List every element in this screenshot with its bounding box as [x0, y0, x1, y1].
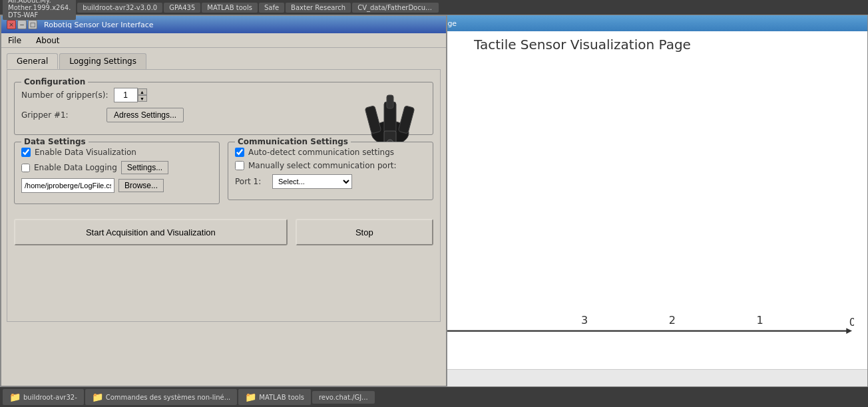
num-grippers-up[interactable]: ▲	[138, 88, 147, 95]
menu-file[interactable]: File	[4, 35, 25, 47]
taskbar-item-1[interactable]: All.About.My.Mother.1999.x264.DTS-WAF	[3, 0, 76, 20]
taskbar-bottom-item-3[interactable]: 📁 MATLAB tools	[238, 389, 311, 405]
taskbar-bottom-label-4: revo.chat./GJ...	[319, 394, 368, 401]
filepath-input[interactable]	[21, 178, 114, 193]
manual-select-label: Manually select communication port:	[248, 161, 397, 170]
taskbar-item-3[interactable]: GPA435	[164, 3, 200, 13]
taskbar-bottom-item-4[interactable]: revo.chat./GJ...	[312, 391, 375, 404]
num-grippers-spinner: ▲ ▼	[114, 88, 147, 102]
auto-detect-label: Auto-detect communication settings	[248, 148, 394, 157]
robotiq-menubar: File About	[1, 33, 446, 48]
port-row: Port 1: Select... /dev/ttyUSB0 /dev/ttyU…	[235, 174, 426, 189]
folder-icon-1: 📁	[9, 392, 21, 402]
enable-logging-checkbox[interactable]	[21, 164, 30, 172]
taskbar-bottom-item-2[interactable]: 📁 Commandes des systèmes non-liné...	[85, 389, 238, 405]
stop-btn[interactable]: Stop	[296, 219, 433, 245]
robotiq-title-text: Robotiq Sensor User Interface	[44, 21, 153, 29]
svg-rect-44	[365, 106, 381, 134]
data-settings-col: Data Settings Enable Data Visualization …	[14, 142, 220, 211]
manual-select-row: Manually select communication port:	[235, 161, 426, 170]
tab-general[interactable]: General	[7, 53, 58, 69]
enable-visualization-row: Enable Data Visualization	[21, 148, 212, 157]
tab-logging[interactable]: Logging Settings	[59, 53, 146, 69]
enable-logging-row: Enable Data Logging Settings...	[21, 161, 212, 174]
svg-text:0: 0	[849, 316, 854, 329]
addr-settings-btn[interactable]: Adress Settings...	[107, 108, 184, 122]
folder-icon-2: 📁	[92, 392, 103, 402]
menu-about[interactable]: About	[32, 35, 63, 47]
communication-settings-section: Communication Settings Auto-detect commu…	[228, 142, 433, 200]
taskbar-bottom-label-1: buildroot-avr32-	[23, 394, 77, 401]
svg-marker-32	[846, 328, 852, 334]
num-grippers-label: Number of gripper(s):	[21, 90, 108, 100]
auto-detect-row: Auto-detect communication settings	[235, 148, 426, 157]
taskbar-item-2[interactable]: buildroot-avr32-v3.0.0	[77, 3, 162, 13]
taskbar-bottom-item-1[interactable]: 📁 buildroot-avr32-	[3, 389, 84, 405]
robotiq-main: General Logging Settings Configuration N…	[1, 48, 446, 386]
robotiq-title-buttons: × − □	[7, 20, 37, 29]
svg-text:3: 3	[581, 314, 588, 327]
svg-text:1: 1	[757, 314, 763, 327]
num-grippers-down[interactable]: ▼	[138, 95, 147, 102]
enable-visualization-checkbox[interactable]	[21, 148, 31, 157]
num-grippers-input[interactable]	[114, 88, 138, 102]
data-settings-btn[interactable]: Settings...	[121, 161, 168, 174]
taskbar-top: All.About.My.Mother.1999.x264.DTS-WAF bu…	[0, 0, 868, 15]
robotiq-min-btn[interactable]: −	[17, 20, 27, 29]
auto-detect-checkbox[interactable]	[235, 148, 244, 157]
filepath-row: Browse...	[21, 178, 212, 193]
taskbar-bottom-label-2: Commandes des systèmes non-liné...	[106, 394, 231, 401]
gripper-image-container	[353, 83, 427, 150]
communication-settings-legend: Communication Settings	[235, 137, 351, 146]
gripper-image	[353, 83, 427, 150]
svg-text:2: 2	[669, 314, 676, 327]
svg-rect-45	[398, 106, 415, 134]
browse-btn[interactable]: Browse...	[118, 179, 164, 192]
manual-select-checkbox[interactable]	[235, 161, 244, 170]
data-settings-legend: Data Settings	[21, 137, 89, 146]
communication-settings-col: Communication Settings Auto-detect commu…	[228, 142, 433, 211]
folder-icon-3: 📁	[245, 392, 256, 402]
port-label: Port 1:	[235, 177, 268, 186]
taskbar-item-7[interactable]: CV_data/FatherDocument	[352, 3, 439, 13]
taskbar-item-6[interactable]: Baxter Research	[286, 3, 351, 13]
settings-row: Data Settings Enable Data Visualization …	[14, 142, 433, 211]
start-acquisition-btn[interactable]: Start Acquisition and Visualization	[14, 219, 288, 245]
taskbar-bottom-label-3: MATLAB tools	[259, 394, 304, 401]
configuration-legend: Configuration	[21, 77, 88, 86]
robotiq-max-btn[interactable]: □	[28, 20, 37, 29]
robotiq-window: × − □ Robotiq Sensor User Interface File…	[0, 15, 447, 387]
enable-logging-label: Enable Data Logging	[34, 163, 117, 172]
tab-panel-general: Configuration Number of gripper(s): ▲ ▼ …	[7, 69, 441, 322]
svg-rect-43	[387, 95, 393, 108]
gripper-label: Gripper #1:	[21, 110, 101, 120]
data-settings-section: Data Settings Enable Data Visualization …	[14, 142, 220, 204]
taskbar-bottom: 📁 buildroot-avr32- 📁 Commandes des systè…	[0, 387, 868, 407]
action-buttons: Start Acquisition and Visualization Stop	[14, 219, 433, 245]
tabs: General Logging Settings	[7, 53, 441, 69]
taskbar-item-4[interactable]: MATLAB tools	[202, 3, 258, 13]
robotiq-close-btn[interactable]: ×	[7, 20, 16, 29]
port-select[interactable]: Select... /dev/ttyUSB0 /dev/ttyUSB1 COM1…	[272, 174, 352, 189]
enable-visualization-label: Enable Data Visualization	[35, 148, 136, 157]
taskbar-item-5[interactable]: Safe	[259, 3, 284, 13]
